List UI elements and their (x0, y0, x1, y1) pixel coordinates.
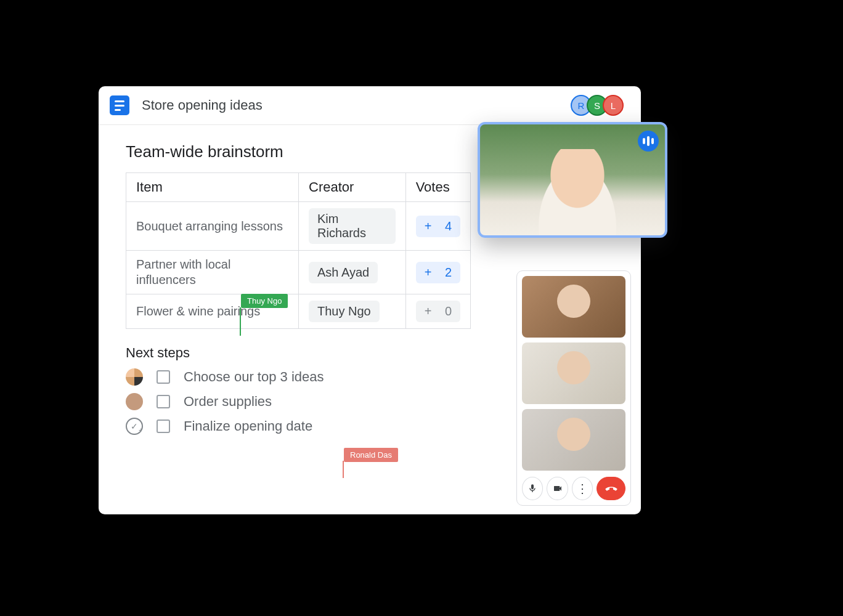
camera-toggle-button[interactable] (547, 477, 568, 500)
meet-panel: ⋮ (516, 270, 631, 506)
speaking-indicator-icon (638, 131, 659, 152)
mic-toggle-button[interactable] (522, 477, 543, 500)
docs-logo-icon (110, 95, 129, 115)
creator-chip[interactable]: Ash Ayad (309, 262, 378, 283)
vote-chip[interactable]: + 0 (416, 301, 460, 322)
col-item: Item (126, 173, 299, 202)
brainstorm-table: Item Creator Votes Bouquet arranging les… (126, 172, 471, 329)
assignee-avatar-group[interactable] (126, 368, 143, 386)
mic-icon (527, 484, 537, 493)
assignee-avatar[interactable] (126, 393, 143, 410)
participant-thumbnail[interactable] (522, 409, 625, 471)
more-options-button[interactable]: ⋮ (572, 477, 593, 500)
col-votes: Votes (405, 173, 470, 202)
meet-controls: ⋮ (522, 476, 625, 500)
collaborator-cursor-flag-green: Thuy Ngo (241, 294, 288, 308)
participant-thumbnail[interactable] (522, 276, 625, 338)
creator-chip[interactable]: Thuy Ngo (309, 301, 380, 322)
col-creator: Creator (299, 173, 406, 202)
header: Store opening ideas R S L (99, 86, 641, 125)
hang-up-button[interactable] (597, 477, 625, 500)
checkbox[interactable] (157, 419, 170, 433)
participant-thumbnail[interactable] (522, 342, 625, 404)
camera-icon (553, 484, 563, 493)
phone-hangup-icon (605, 482, 618, 495)
avatar-l[interactable]: L (603, 95, 624, 116)
table-row: Flower & wine pairings Thuy Ngo + 0 (126, 294, 471, 329)
checklist-label[interactable]: Order supplies (184, 394, 272, 410)
item-cell[interactable]: Partner with local influencers (126, 251, 299, 294)
table-row: Partner with local influencers Ash Ayad … (126, 251, 471, 294)
checklist-label[interactable]: Choose our top 3 ideas (184, 369, 324, 385)
item-cell[interactable]: Bouquet arranging lessons (126, 202, 299, 251)
vote-chip[interactable]: + 4 (416, 216, 460, 237)
checkbox[interactable] (157, 395, 170, 408)
table-row: Bouquet arranging lessons Kim Richards +… (126, 202, 471, 251)
checklist-label[interactable]: Finalize opening date (184, 418, 312, 434)
active-speaker-tile[interactable] (478, 122, 667, 238)
creator-chip[interactable]: Kim Richards (309, 208, 396, 244)
collaborator-avatars: R S L (576, 95, 624, 116)
vote-chip[interactable]: + 2 (416, 262, 460, 283)
assign-task-icon[interactable] (126, 418, 143, 435)
checkbox[interactable] (157, 370, 170, 384)
document-title[interactable]: Store opening ideas (142, 97, 576, 113)
collaborator-cursor-line-green (240, 307, 241, 336)
collaborator-cursor-flag-red: Ronald Das (344, 448, 398, 462)
collaborator-cursor-line-red (343, 461, 344, 478)
